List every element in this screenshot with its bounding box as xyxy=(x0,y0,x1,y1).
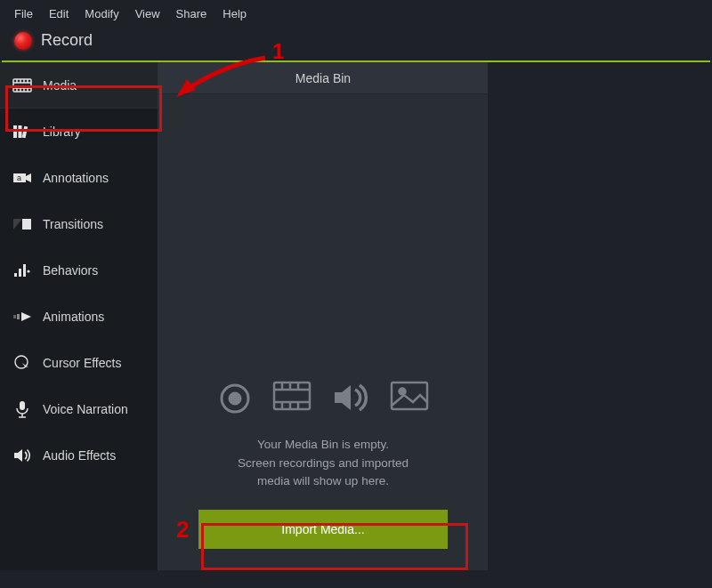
sidebar-item-label: Media xyxy=(43,78,77,93)
film-icon xyxy=(12,77,32,94)
animations-icon xyxy=(12,308,32,326)
menu-help[interactable]: Help xyxy=(222,7,247,20)
sidebar-item-library[interactable]: Library xyxy=(0,109,158,155)
menu-bar: File Edit Modify View Share Help xyxy=(0,0,712,26)
content-pane: Media Bin xyxy=(158,62,712,570)
sidebar-item-label: Animations xyxy=(43,310,104,324)
svg-point-27 xyxy=(230,393,240,404)
sidebar: Media Library a Annotations xyxy=(0,62,158,570)
menu-modify[interactable]: Modify xyxy=(85,7,118,20)
books-icon xyxy=(12,123,32,141)
sidebar-item-label: Library xyxy=(43,125,81,139)
cursor-icon xyxy=(12,354,32,372)
svg-rect-13 xyxy=(22,126,28,139)
record-label: Record xyxy=(41,31,93,50)
svg-rect-17 xyxy=(19,269,21,277)
record-button[interactable]: Record xyxy=(0,26,712,60)
sidebar-item-label: Behaviors xyxy=(43,263,98,278)
media-type-icons xyxy=(217,381,429,416)
sound-icon xyxy=(331,381,370,416)
film-icon xyxy=(272,381,312,416)
svg-rect-21 xyxy=(17,314,20,319)
media-bin-body: Your Media Bin is empty. Screen recordin… xyxy=(158,94,488,570)
svg-rect-0 xyxy=(13,79,31,92)
menu-file[interactable]: File xyxy=(14,7,33,20)
sidebar-item-label: Audio Effects xyxy=(43,448,116,463)
sidebar-item-annotations[interactable]: a Annotations xyxy=(0,155,158,201)
image-icon xyxy=(390,381,429,416)
sidebar-item-cursor-effects[interactable]: Cursor Effects xyxy=(0,340,158,386)
svg-rect-18 xyxy=(23,264,26,277)
empty-line-2: Screen recordings and imported xyxy=(238,455,409,472)
svg-rect-12 xyxy=(19,125,22,138)
menu-edit[interactable]: Edit xyxy=(49,7,69,20)
svg-text:a: a xyxy=(17,173,21,182)
sidebar-item-media[interactable]: Media xyxy=(0,62,158,109)
svg-point-19 xyxy=(27,270,29,272)
sidebar-item-behaviors[interactable]: Behaviors xyxy=(0,247,158,294)
microphone-icon xyxy=(12,400,32,418)
import-media-button[interactable]: Import Media... xyxy=(198,510,448,549)
media-bin-panel: Media Bin xyxy=(158,62,488,570)
sidebar-item-label: Voice Narration xyxy=(43,402,128,416)
sidebar-item-label: Annotations xyxy=(43,171,109,185)
main-area: Media Library a Annotations xyxy=(0,62,712,570)
behaviors-icon xyxy=(12,262,32,279)
menu-view[interactable]: View xyxy=(135,7,160,20)
svg-point-38 xyxy=(400,389,406,395)
sidebar-item-voice-narration[interactable]: Voice Narration xyxy=(0,386,158,432)
empty-line-3: media will show up here. xyxy=(238,472,409,490)
transitions-icon xyxy=(12,215,32,233)
media-bin-title: Media Bin xyxy=(158,62,488,94)
empty-line-1: Your Media Bin is empty. xyxy=(238,436,409,454)
svg-rect-11 xyxy=(13,125,17,138)
record-icon xyxy=(14,32,32,50)
svg-rect-20 xyxy=(13,315,16,318)
sidebar-item-transitions[interactable]: Transitions xyxy=(0,201,158,247)
preview-area xyxy=(488,62,712,570)
menu-share[interactable]: Share xyxy=(176,7,207,20)
annotation-icon: a xyxy=(12,169,32,187)
sidebar-item-animations[interactable]: Animations xyxy=(0,294,158,340)
sidebar-item-label: Transitions xyxy=(43,217,103,231)
media-bin-empty-text: Your Media Bin is empty. Screen recordin… xyxy=(238,436,409,490)
svg-rect-28 xyxy=(274,383,310,409)
svg-rect-23 xyxy=(20,401,25,410)
sidebar-item-label: Cursor Effects xyxy=(43,356,121,370)
speaker-icon xyxy=(12,447,32,464)
sidebar-item-audio-effects[interactable]: Audio Effects xyxy=(0,432,158,479)
svg-rect-16 xyxy=(14,273,17,277)
record-circle-icon xyxy=(217,381,253,416)
